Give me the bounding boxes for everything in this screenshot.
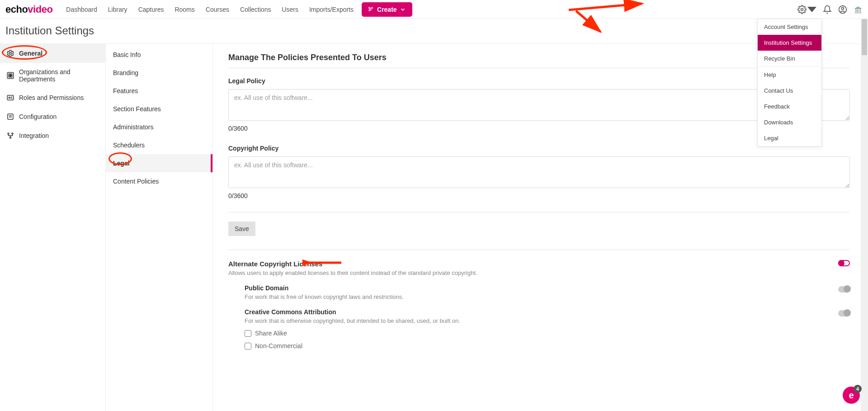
page-title-bar: Institution Settings	[0, 19, 868, 44]
logo[interactable]: echovideo	[5, 4, 52, 15]
dropdown-account-settings[interactable]: Account Settings	[758, 19, 821, 35]
alt-licenses-desc: Allows users to apply enabled licenses t…	[228, 269, 477, 276]
nav-library[interactable]: Library	[104, 2, 132, 17]
legal-policy-counter: 0/3600	[228, 125, 850, 132]
license-desc: For work that is otherwise copyrighted, …	[245, 317, 850, 324]
svg-rect-13	[11, 76, 12, 77]
nav-imports-exports[interactable]: Imports/Exports	[305, 2, 358, 17]
alt-licenses-toggle[interactable]	[838, 260, 850, 266]
sidebar-item-general[interactable]: General	[0, 44, 105, 63]
svg-point-15	[9, 97, 10, 99]
sidebar-item-roles-perms[interactable]: Roles and Permissions	[0, 88, 105, 107]
sidebar-middle: Basic Info Branding Features Section Fea…	[106, 44, 213, 411]
layout: General Organizations and Departments Ro…	[0, 44, 868, 411]
alt-licenses-title: Alternate Copyright Licenses	[228, 260, 477, 268]
create-label: Create	[377, 6, 397, 13]
nav-dashboard[interactable]: Dashboard	[61, 2, 102, 17]
nav-courses[interactable]: Courses	[201, 2, 234, 17]
help-fab[interactable]: e 4	[843, 387, 860, 404]
gear-icon	[797, 5, 807, 14]
institution-button[interactable]	[854, 5, 863, 14]
top-nav: Dashboard Library Captures Rooms Courses…	[61, 2, 358, 17]
create-button[interactable]: Create	[362, 2, 412, 17]
logo-part-1: echo	[5, 4, 28, 15]
content-heading: Manage The Policies Presented To Users	[228, 53, 850, 62]
subnav-branding[interactable]: Branding	[106, 64, 212, 82]
divider	[228, 68, 850, 68]
user-circle-icon	[838, 5, 847, 14]
svg-point-23	[10, 137, 11, 138]
settings-gear-dropdown[interactable]	[797, 5, 816, 14]
fab-badge: 4	[854, 385, 862, 393]
dropdown-help[interactable]: Help	[758, 67, 821, 83]
legal-policy-label: Legal Policy	[228, 77, 850, 85]
subnav-legal[interactable]: Legal	[106, 154, 212, 172]
settings-dropdown: Account Settings Institution Settings Re…	[757, 19, 822, 146]
dropdown-institution-settings[interactable]: Institution Settings	[758, 35, 821, 51]
nav-collections[interactable]: Collections	[236, 2, 275, 17]
subnav-section-features[interactable]: Section Features	[106, 100, 212, 118]
svg-rect-11	[11, 74, 12, 75]
dropdown-feedback[interactable]: Feedback	[758, 99, 821, 114]
dropdown-contact-us[interactable]: Contact Us	[758, 83, 821, 99]
checkbox-share-alike[interactable]	[245, 330, 251, 337]
caret-down-icon	[807, 5, 816, 14]
nav-rooms[interactable]: Rooms	[170, 2, 199, 17]
gear-icon	[6, 49, 14, 57]
notifications-button[interactable]	[823, 5, 832, 14]
nav-captures[interactable]: Captures	[134, 2, 169, 17]
copyright-policy-textarea[interactable]	[228, 156, 850, 188]
subnav-schedulers[interactable]: Schedulers	[106, 136, 212, 154]
logo-part-2: video	[28, 4, 52, 15]
svg-marker-1	[807, 7, 816, 12]
account-button[interactable]	[838, 5, 847, 14]
svg-rect-12	[9, 76, 10, 77]
subnav-content-policies[interactable]: Content Policies	[106, 172, 212, 190]
chevron-down-icon	[400, 6, 406, 13]
sidebar-label: Organizations and Departments	[19, 68, 99, 83]
topbar: echovideo Dashboard Library Captures Roo…	[0, 0, 868, 19]
alt-licenses-section: Alternate Copyright Licenses Allows user…	[228, 250, 850, 350]
sidebar-label: Configuration	[19, 113, 57, 120]
subnav-features[interactable]: Features	[106, 82, 212, 100]
svg-point-8	[9, 52, 12, 55]
license-title: Public Domain	[245, 284, 850, 292]
subnav-basic-info[interactable]: Basic Info	[106, 46, 212, 64]
legal-policy-textarea[interactable]	[228, 89, 850, 121]
sidebar-label: Integration	[19, 132, 49, 139]
svg-point-3	[842, 7, 844, 9]
sidebar-item-configuration[interactable]: Configuration	[0, 107, 105, 126]
license-toggle-cc[interactable]	[838, 310, 850, 317]
license-desc: For work that is free of known copyright…	[245, 293, 850, 300]
license-cc-attribution: Creative Commons Attribution For work th…	[245, 308, 850, 350]
checkbox-label: Non-Commercial	[255, 342, 302, 350]
topbar-right: Account Settings Institution Settings Re…	[797, 5, 863, 14]
save-button[interactable]: Save	[228, 222, 255, 236]
sidebar-item-orgs-depts[interactable]: Organizations and Departments	[0, 63, 105, 88]
scrollbar-thumb[interactable]	[862, 19, 867, 55]
dropdown-recycle-bin[interactable]: Recycle Bin	[758, 51, 821, 66]
checkbox-non-commercial[interactable]	[245, 343, 251, 350]
svg-point-21	[8, 133, 9, 134]
svg-point-22	[12, 133, 13, 134]
copyright-policy-label: Copyright Policy	[228, 145, 850, 152]
dropdown-downloads[interactable]: Downloads	[758, 114, 821, 130]
sidebar-label: Roles and Permissions	[19, 94, 84, 101]
svg-point-0	[801, 8, 803, 10]
license-public-domain: Public Domain For work that is free of k…	[245, 284, 850, 300]
roles-icon	[6, 94, 14, 102]
org-icon	[6, 71, 14, 80]
checkbox-label: Share Alike	[255, 330, 287, 337]
license-toggle-public-domain[interactable]	[838, 286, 850, 293]
page-title: Institution Settings	[5, 24, 863, 37]
subnav-administrators[interactable]: Administrators	[106, 118, 212, 136]
nav-users[interactable]: Users	[277, 2, 303, 17]
sidebar-label: General	[19, 50, 42, 57]
license-title: Creative Commons Attribution	[245, 308, 850, 316]
sidebar-left: General Organizations and Departments Ro…	[0, 44, 106, 411]
wand-icon	[368, 6, 374, 13]
sidebar-item-integration[interactable]: Integration	[0, 126, 105, 145]
dropdown-legal[interactable]: Legal	[758, 130, 821, 146]
page-scrollbar[interactable]	[861, 19, 868, 411]
fab-letter: e	[849, 390, 854, 401]
